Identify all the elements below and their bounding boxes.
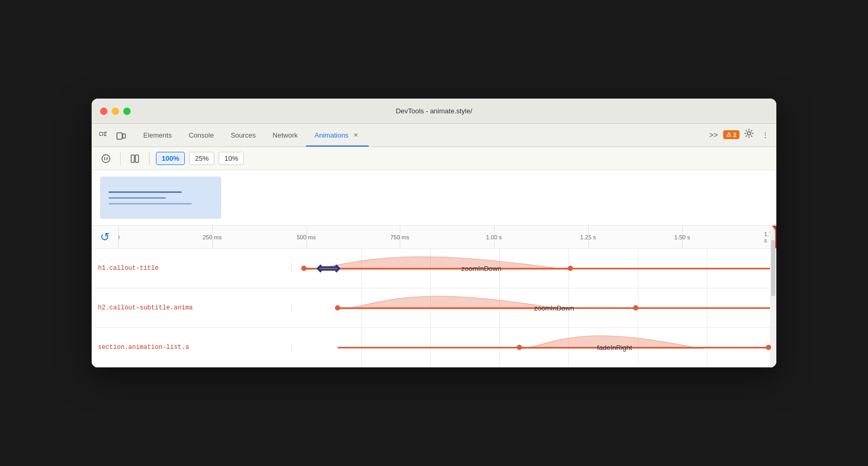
preview-row (92, 170, 776, 226)
close-button[interactable] (100, 108, 107, 115)
tab-elements[interactable]: Elements (135, 123, 180, 147)
playhead[interactable] (775, 226, 776, 248)
anim-bar-3 (338, 347, 776, 348)
tabs-right: >> ⚠ 2 ⋮ (706, 126, 772, 147)
timeline-header: ↺ 0 250 ms 500 ms 750 ms 1. (92, 226, 776, 249)
grid-line-500 (307, 226, 307, 248)
settings-button[interactable] (742, 126, 756, 143)
menu-button[interactable]: ⋮ (758, 129, 772, 141)
window-controls (100, 108, 131, 115)
toolbar-divider-1 (120, 152, 121, 165)
anim-track-3: fadeInRight (292, 328, 776, 367)
scrollbar-thumb[interactable] (771, 240, 775, 297)
timeline-area: ↺ 0 250 ms 500 ms 750 ms 1. (92, 226, 776, 367)
table-row: h1.callout-title (92, 249, 776, 288)
grid-line-0 (118, 226, 119, 248)
maximize-button[interactable] (123, 108, 131, 115)
grid-line-1-5s (682, 226, 683, 248)
tab-sources[interactable]: Sources (222, 123, 264, 147)
preview-line-1 (108, 191, 182, 193)
anim-label-3[interactable]: section.animation-list.a (92, 344, 292, 351)
tab-network[interactable]: Network (264, 123, 307, 147)
anim-dot-2b[interactable] (633, 305, 638, 310)
grid-line-1-25s (588, 226, 589, 248)
speed-10-button[interactable]: 10% (219, 152, 244, 165)
speed-100-button[interactable]: 100% (156, 152, 185, 165)
more-tabs-button[interactable]: >> (706, 129, 721, 141)
animations-toolbar: 100% 25% 10% (92, 147, 776, 170)
table-row: h2.callout-subtitle.anima (92, 288, 776, 328)
window-title: DevTools - animate.style/ (396, 107, 472, 115)
devtools-panel: Elements Console Sources Network Animati… (92, 124, 776, 367)
toolbar-divider-2 (149, 152, 150, 165)
anim-track-1: ⟺ zoomInDown (292, 249, 776, 288)
tab-animations[interactable]: Animations ✕ (306, 123, 368, 147)
anim-dot-3b[interactable] (766, 345, 771, 350)
tab-close-icon[interactable]: ✕ (352, 131, 360, 139)
svg-rect-2 (123, 134, 125, 138)
anim-bar-2 (338, 307, 776, 309)
animation-rows: h1.callout-title (92, 249, 776, 367)
grid-line-1s (494, 226, 495, 248)
warning-badge[interactable]: ⚠ 2 (723, 130, 739, 139)
svg-rect-1 (117, 133, 122, 139)
anim-dot-3a[interactable] (517, 345, 522, 350)
svg-rect-0 (100, 132, 103, 135)
minimize-button[interactable] (112, 108, 119, 115)
time-ruler: 0 250 ms 500 ms 750 ms 1.00 s 1.25 s (118, 226, 776, 248)
select-element-icon[interactable] (96, 129, 111, 143)
playhead-arrow (772, 226, 776, 231)
tabs-bar: Elements Console Sources Network Animati… (92, 124, 776, 147)
svg-rect-5 (135, 155, 139, 162)
replay-button[interactable]: ↺ (92, 230, 118, 244)
preview-line-2 (108, 197, 166, 199)
speed-25-button[interactable]: 25% (189, 152, 214, 165)
anim-track-2: zoomInDown (292, 288, 776, 327)
tab-console[interactable]: Console (180, 123, 222, 147)
device-mode-icon[interactable] (114, 129, 129, 143)
svg-point-3 (102, 154, 110, 162)
preview-line-3 (108, 203, 192, 205)
table-row: section.animation-list.a (92, 328, 776, 367)
devtools-window: DevTools - animate.style/ (92, 99, 776, 367)
tab-icons (96, 129, 129, 147)
anim-label-2[interactable]: h2.callout-subtitle.anima (92, 304, 292, 312)
preview-box (100, 177, 221, 219)
warning-icon: ⚠ (726, 131, 732, 138)
svg-rect-4 (131, 155, 134, 162)
titlebar: DevTools - animate.style/ (92, 99, 776, 124)
pause-button[interactable] (98, 151, 114, 167)
anim-dot-2a[interactable] (335, 305, 340, 310)
anim-dot-1b[interactable] (568, 266, 573, 271)
time-marks: 0 250 ms 500 ms 750 ms 1.00 s 1.25 s (118, 226, 776, 248)
grid-line-750 (400, 226, 400, 248)
layout-button[interactable] (127, 151, 143, 167)
anim-bar-1 (304, 268, 776, 269)
grid-line-250 (212, 226, 213, 248)
anim-label-1[interactable]: h1.callout-title (92, 265, 292, 272)
main-content: ↺ 0 250 ms 500 ms 750 ms 1. (92, 170, 776, 367)
anim-dot-1a[interactable] (301, 266, 307, 271)
